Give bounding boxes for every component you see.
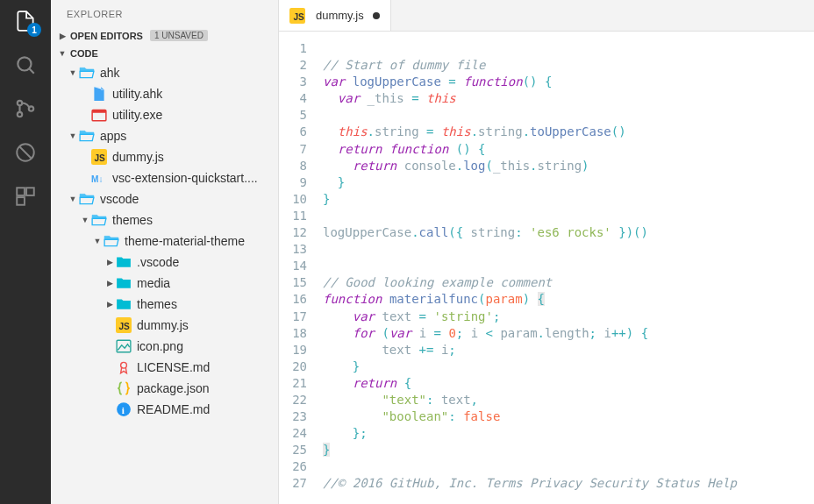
workspace-label: CODE <box>70 48 98 59</box>
tree-item-label: LICENSE.md <box>137 360 210 374</box>
source-control-icon[interactable] <box>13 96 38 121</box>
js-icon: JS <box>116 317 132 333</box>
js-file-icon: JS <box>289 8 305 24</box>
folder-open-icon <box>79 128 95 144</box>
tree-item-label: vscode <box>100 192 139 206</box>
svg-rect-11 <box>92 110 106 112</box>
editor-tab[interactable]: JS dummy.js <box>279 0 391 31</box>
tree-item-label: icon.png <box>137 339 183 353</box>
md-dn-icon: M↓ <box>91 170 107 186</box>
folder-item[interactable]: ▶themes <box>51 294 278 315</box>
tab-bar: JS dummy.js <box>279 0 814 32</box>
tree-item-label: apps <box>100 129 126 143</box>
svg-text:JS: JS <box>294 11 305 21</box>
readme-icon: i <box>116 401 132 417</box>
svg-point-3 <box>18 112 22 117</box>
folder-open-icon <box>79 191 95 207</box>
chevron-right-icon: ▶ <box>56 32 68 40</box>
license-icon <box>116 359 132 375</box>
tree-item-label: README.md <box>137 402 210 416</box>
file-item[interactable]: JSdummy.js <box>51 146 278 167</box>
tree-item-label: media <box>137 276 170 290</box>
folder-item[interactable]: ▶.vscode <box>51 252 278 273</box>
file-item[interactable]: package.json <box>51 378 278 399</box>
files-icon[interactable]: 1 <box>13 9 38 33</box>
code-editor[interactable]: 1234567891011121314151617181920212223242… <box>279 32 814 504</box>
svg-rect-7 <box>17 188 25 195</box>
twisty-icon: ▼ <box>67 195 79 203</box>
file-item[interactable]: LICENSE.md <box>51 357 278 378</box>
folder-open-icon <box>79 65 95 81</box>
file-item[interactable]: M↓vsc-extension-quickstart.... <box>51 167 278 188</box>
svg-line-6 <box>20 147 32 159</box>
workspace-header[interactable]: ▼ CODE <box>51 45 278 62</box>
tree-item-label: .vscode <box>137 255 179 269</box>
js-icon: JS <box>91 149 107 165</box>
folder-item[interactable]: ▼ahk <box>51 62 278 83</box>
tree-item-label: package.json <box>137 381 210 395</box>
tree-item-label: ahk <box>100 66 120 80</box>
activity-bar: 1 <box>0 0 51 504</box>
svg-text:JS: JS <box>118 322 130 331</box>
debug-icon[interactable] <box>13 140 38 165</box>
png-icon <box>116 338 132 354</box>
folder-item[interactable]: ▶media <box>51 273 278 294</box>
file-item[interactable]: icon.png <box>51 336 278 357</box>
file-item[interactable]: iREADME.md <box>51 399 278 420</box>
tree-item-label: themes <box>137 297 177 311</box>
editor-area: JS dummy.js 1234567891011121314151617181… <box>279 0 814 504</box>
svg-point-0 <box>18 57 31 70</box>
ahk-icon <box>91 86 107 102</box>
json-icon <box>116 380 132 396</box>
folder-closed-icon <box>116 275 132 291</box>
twisty-icon: ▼ <box>67 68 79 77</box>
folder-closed-icon <box>116 296 132 312</box>
folder-open-icon <box>91 212 107 228</box>
svg-text:M↓: M↓ <box>91 174 103 184</box>
unsaved-badge: 1 UNSAVED <box>150 30 208 41</box>
extensions-icon[interactable] <box>13 184 38 209</box>
twisty-icon: ▼ <box>91 237 104 245</box>
svg-text:JS: JS <box>94 153 105 163</box>
file-item[interactable]: utility.exe <box>51 104 278 125</box>
svg-rect-9 <box>17 197 25 205</box>
search-icon[interactable] <box>13 53 38 77</box>
folder-closed-icon <box>116 254 132 270</box>
tree-item-label: dummy.js <box>137 318 189 332</box>
dirty-indicator <box>373 12 380 19</box>
line-gutter: 1234567891011121314151617181920212223242… <box>279 40 323 504</box>
twisty-icon: ▶ <box>104 279 116 287</box>
svg-point-2 <box>18 101 22 105</box>
tree-item-label: dummy.js <box>112 150 164 164</box>
file-item[interactable]: JSdummy.js <box>51 315 278 336</box>
tree-item-label: utility.ahk <box>112 87 162 101</box>
chevron-down-icon: ▼ <box>56 49 68 58</box>
folder-item[interactable]: ▼themes <box>51 209 278 231</box>
open-editors-header[interactable]: ▶ OPEN EDITORS 1 UNSAVED <box>51 26 278 45</box>
svg-text:i: i <box>122 405 125 415</box>
twisty-icon: ▼ <box>67 131 79 140</box>
open-editors-label: OPEN EDITORS <box>70 31 143 41</box>
folder-item[interactable]: ▼theme-material-theme <box>51 231 278 252</box>
explorer-sidebar: EXPLORER ▶ OPEN EDITORS 1 UNSAVED ▼ CODE… <box>51 0 279 504</box>
twisty-icon: ▶ <box>104 300 116 309</box>
exe-icon <box>91 107 107 123</box>
file-item[interactable]: utility.ahk <box>51 83 278 104</box>
tree-item-label: utility.exe <box>112 108 162 122</box>
twisty-icon: ▼ <box>79 216 91 224</box>
folder-item[interactable]: ▼vscode <box>51 188 278 209</box>
tab-filename: dummy.js <box>316 9 364 22</box>
tree-item-label: themes <box>112 213 153 227</box>
twisty-icon: ▶ <box>104 258 116 266</box>
file-tree: ▼ahkutility.ahkutility.exe▼appsJSdummy.j… <box>51 62 278 504</box>
svg-rect-8 <box>26 188 34 195</box>
tree-item-label: theme-material-theme <box>125 234 245 248</box>
svg-line-1 <box>29 68 33 73</box>
files-badge: 1 <box>27 23 41 37</box>
folder-item[interactable]: ▼apps <box>51 125 278 146</box>
tree-item-label: vsc-extension-quickstart.... <box>112 171 258 185</box>
folder-open-icon <box>104 233 119 249</box>
code-content[interactable]: // Start of dummy filevar logUpperCase =… <box>323 40 814 504</box>
sidebar-title: EXPLORER <box>51 0 278 26</box>
